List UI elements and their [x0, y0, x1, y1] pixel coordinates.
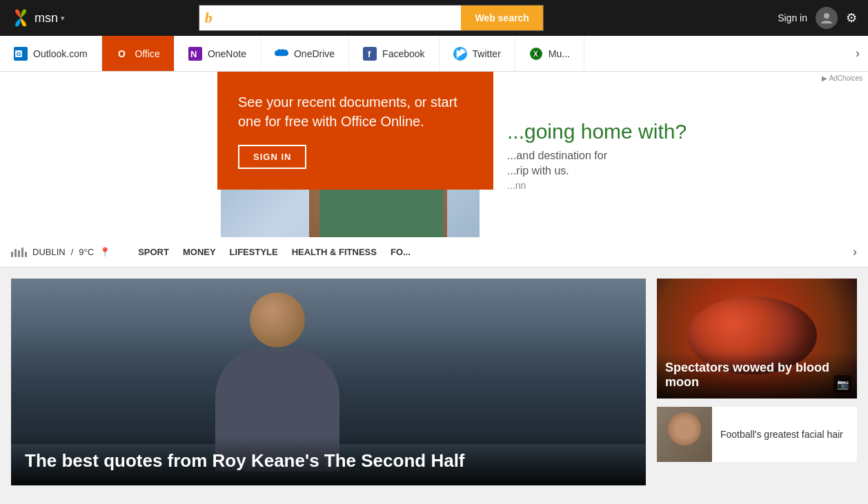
main-article-title: The best quotes from Roy Keane's The Sec… [25, 450, 632, 472]
nav-health[interactable]: HEALTH & FITNESS [292, 244, 377, 260]
small-article-image [657, 407, 712, 462]
nav-lifestyle[interactable]: LIFESTYLE [230, 244, 278, 260]
svg-text:O: O [17, 51, 21, 57]
tab-xbox-label: Mu... [549, 48, 570, 59]
ad-headline: ...going home with? [507, 119, 840, 144]
ad-subtext2: ...rip with us. [507, 165, 840, 177]
ad-subtext: ...and destination for [507, 150, 840, 162]
tab-onenote[interactable]: N OneNote [175, 36, 261, 71]
nav-more[interactable]: FO... [391, 244, 411, 260]
blood-moon-overlay: Spectators wowed by blood moon [657, 352, 857, 399]
location-icon: 📍 [99, 247, 110, 257]
user-avatar[interactable] [816, 7, 838, 29]
office-popup-signin-button[interactable]: SIGN IN [238, 145, 306, 169]
small-article-text: Football's greatest facial hair [720, 407, 849, 462]
weather-city: DUBLIN [32, 247, 66, 257]
tab-office-label: Office [135, 48, 160, 59]
content-nav-links: SPORT MONEY LIFESTYLE HEALTH & FITNESS F… [138, 244, 411, 260]
side-articles: Spectators wowed by blood moon 📷 Footbal… [657, 279, 857, 485]
small-article[interactable]: Football's greatest facial hair [657, 407, 857, 462]
blood-moon-title: Spectators wowed by blood moon [665, 361, 849, 390]
top-bar: msn ▾ b Web search Sign in ⚙ [0, 0, 868, 36]
tab-onedrive-label: OneDrive [294, 48, 335, 59]
nav-sport[interactable]: SPORT [138, 244, 169, 260]
nav-tabs: O Outlook.com O Office N OneNote OneDriv… [0, 36, 868, 72]
tab-facebook[interactable]: f Facebook [349, 36, 439, 71]
svg-text:f: f [368, 49, 371, 59]
tab-twitter[interactable]: Twitter [440, 36, 515, 71]
search-bar: b Web search [199, 5, 544, 31]
nav-money[interactable]: MONEY [183, 244, 216, 260]
tab-outlook-label: Outlook.com [33, 48, 88, 59]
tab-xbox[interactable]: X Mu... [515, 36, 584, 71]
msn-text: msn [34, 11, 58, 26]
weather-separator: / [71, 247, 74, 257]
tab-outlook[interactable]: O Outlook.com [0, 36, 102, 71]
office-popup-text: See your recent documents, or start one … [238, 92, 473, 131]
tab-onedrive[interactable]: OneDrive [261, 36, 349, 71]
tab-twitter-label: Twitter [473, 48, 501, 59]
content-nav: DUBLIN / 9°C 📍 SPORT MONEY LIFESTYLE HEA… [0, 237, 868, 268]
weather-bars-icon [11, 248, 27, 257]
ad-left [0, 72, 221, 237]
svg-text:O: O [118, 48, 126, 59]
weather-widget: DUBLIN / 9°C 📍 [11, 247, 110, 257]
top-right-controls: Sign in ⚙ [778, 7, 857, 29]
ad-choices[interactable]: ▶ AdChoices [822, 74, 862, 82]
ad-brand: ...nn [507, 180, 840, 191]
bing-search-icon: b [199, 6, 218, 30]
svg-text:X: X [533, 50, 538, 58]
articles-section: The best quotes from Roy Keane's The Sec… [0, 268, 868, 496]
tab-onenote-label: OneNote [208, 48, 246, 59]
settings-icon[interactable]: ⚙ [846, 10, 857, 26]
main-article[interactable]: The best quotes from Roy Keane's The Sec… [11, 279, 646, 485]
office-popup: See your recent documents, or start one … [217, 72, 493, 190]
main-article-overlay: The best quotes from Roy Keane's The Sec… [11, 436, 646, 485]
svg-text:N: N [190, 49, 197, 59]
msn-caret: ▾ [61, 14, 65, 23]
content-nav-more-button[interactable]: › [853, 245, 857, 259]
svg-point-0 [824, 13, 829, 19]
small-article-title: Football's greatest facial hair [720, 428, 843, 441]
weather-temp: 9°C [79, 247, 94, 257]
tab-office[interactable]: O Office [102, 36, 175, 71]
sign-in-link[interactable]: Sign in [778, 12, 807, 23]
search-input[interactable] [218, 6, 462, 30]
tab-facebook-label: Facebook [382, 48, 424, 59]
ad-content: ...going home with? ...and destination f… [480, 72, 868, 237]
nav-more-button[interactable]: › [847, 36, 868, 71]
search-button[interactable]: Web search [461, 6, 542, 30]
camera-icon: 📷 [834, 375, 851, 393]
blood-moon-article[interactable]: Spectators wowed by blood moon 📷 [657, 279, 857, 399]
msn-logo[interactable]: msn ▾ [11, 8, 65, 28]
